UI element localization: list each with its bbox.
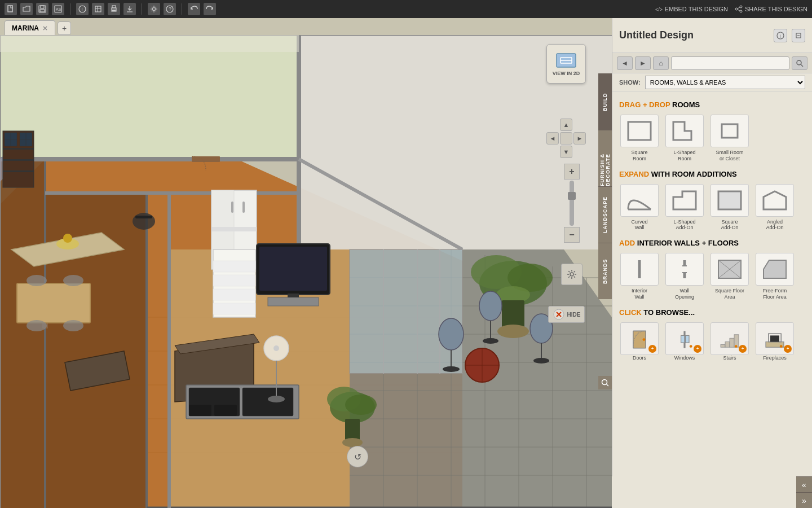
history-icon[interactable] [92,3,104,15]
section-title-expand: EXPAND WITH ROOM ADDITIONS [619,170,805,178]
interior-wall-label: InteriorWall [632,288,647,300]
nav-center [560,132,572,144]
stairs-label: Stairs [723,355,736,361]
panel-title: Untitled Design [619,29,769,41]
item-free-form[interactable]: Free-FormFloor Area [754,253,795,300]
side-tab-brands[interactable]: BRANDS [598,243,612,299]
panel-home-button[interactable]: ⌂ [653,56,669,70]
svg-marker-64 [350,249,462,374]
print-icon[interactable] [108,3,120,15]
item-interior-wall[interactable]: InteriorWall [619,253,660,300]
free-form-label: Free-FormFloor Area [763,288,787,300]
svg-point-114 [268,396,285,402]
svg-text:i: i [780,33,781,38]
hide-button[interactable]: HIDE [548,306,585,323]
floorplan-canvas[interactable] [0,35,612,508]
nav-down-button[interactable]: ▼ [560,146,572,158]
item-curved-wall[interactable]: CurvedWall [619,184,660,231]
panel-forward-button[interactable]: ► [635,56,651,70]
undo-icon[interactable] [188,3,200,15]
item-fireplaces[interactable]: + Fireplaces [754,322,795,361]
add-tab-button[interactable]: + [58,21,71,35]
svg-rect-96 [213,261,255,272]
zoom-in-button[interactable]: + [564,164,580,179]
item-angled-addon[interactable]: AngledAdd-On [754,184,795,231]
item-doors[interactable]: + Doors [619,322,660,361]
embed-button[interactable]: </> EMBED THIS DESIGN [655,5,728,13]
item-l-shaped-room[interactable]: L-ShapedRoom [664,115,705,162]
svg-rect-181 [730,338,734,347]
svg-rect-93 [231,202,233,213]
svg-point-135 [533,358,549,364]
collapse-down-button[interactable]: » [796,492,812,508]
drag-rooms-grid: SquareRoom L-ShapedRoom Small Roomor [619,115,805,162]
svg-line-150 [607,384,609,387]
redo-icon[interactable] [204,3,216,15]
panel-search-button[interactable] [792,56,807,70]
svg-point-130 [479,291,502,321]
svg-rect-71 [3,148,34,150]
svg-point-83 [133,213,155,230]
svg-rect-120 [502,300,524,329]
side-tab-build[interactable]: BUILD [598,73,612,130]
item-windows[interactable]: + Windows [664,322,705,361]
l-shaped-room-label: L-ShapedRoom [673,150,695,162]
item-floor-area[interactable]: Square FloorArea [709,253,750,300]
svg-text:i: i [82,6,83,12]
svg-rect-156 [628,122,651,140]
help-icon[interactable]: ? [164,3,176,15]
svg-point-127 [439,318,464,350]
item-stairs[interactable]: + Stairs [709,322,750,361]
drag-drop-suffix: ROOMS [672,100,700,109]
svg-rect-2 [41,6,44,8]
angled-addon-label: AngledAdd-On [766,219,783,231]
save-as-icon[interactable]: AS [52,3,64,15]
item-small-room[interactable]: Small Roomor Closet [709,115,750,162]
click-suffix: TO BROWSE... [643,308,695,317]
save-icon[interactable] [36,3,48,15]
svg-rect-13 [112,10,116,11]
doors-badge: + [648,345,656,353]
zoom-thumb[interactable] [568,192,576,200]
side-tab-furnish[interactable]: FURNISH & DECORATE [598,130,612,186]
settings-icon[interactable] [148,3,160,15]
nav-left-button[interactable]: ◄ [546,132,559,144]
panel-info-button[interactable]: i [774,29,787,42]
svg-point-20 [735,8,738,10]
svg-rect-186 [770,335,779,341]
svg-point-154 [797,60,801,65]
svg-rect-84 [135,216,152,218]
item-l-addon[interactable]: L-ShapedAdd-On [664,184,705,231]
svg-point-86 [27,275,47,286]
open-icon[interactable] [20,3,33,15]
view-2d-button[interactable]: VIEW IN 2D [546,44,586,84]
settings-overlay-button[interactable] [561,264,582,285]
share-button[interactable]: SHARE THIS DESIGN [735,5,807,13]
panel-search-input[interactable] [671,56,789,70]
side-tab-landscape[interactable]: LANDSCAPE [598,186,612,243]
nav-right-button[interactable]: ► [573,132,586,144]
rotate-button[interactable]: ↺ [347,446,368,467]
svg-point-174 [643,338,646,341]
item-square-addon[interactable]: SquareAdd-On [709,184,750,231]
stairs-badge: + [739,345,747,353]
panel-back-button[interactable]: ◄ [617,56,633,70]
svg-point-115 [273,345,279,351]
toolbar-separator-3 [182,3,182,15]
item-square-room[interactable]: SquareRoom [619,115,660,162]
svg-marker-33 [0,159,147,508]
nav-up-button[interactable]: ▲ [560,119,572,131]
toolbar: AS i ? </> EMBED THIS DESIGN SHARE THIS … [0,0,812,18]
tab-marina[interactable]: MARINA [5,20,55,35]
new-file-icon[interactable] [5,3,17,15]
info-icon[interactable]: i [76,3,89,15]
side-search-icon[interactable] [598,376,612,389]
show-select[interactable]: ROOMS, WALLS & AREAS ALL ITEMS FURNITURE… [645,76,805,89]
panel-expand-button[interactable] [792,29,805,42]
zoom-out-button[interactable]: − [564,227,580,243]
collapse-up-button[interactable]: « [796,476,812,492]
item-wall-opening[interactable]: WallOpening [664,253,705,300]
toolbar-separator-1 [70,3,70,15]
side-tabs: BUILD FURNISH & DECORATE LANDSCAPE BRAND… [598,73,612,299]
export-icon[interactable] [123,3,136,15]
